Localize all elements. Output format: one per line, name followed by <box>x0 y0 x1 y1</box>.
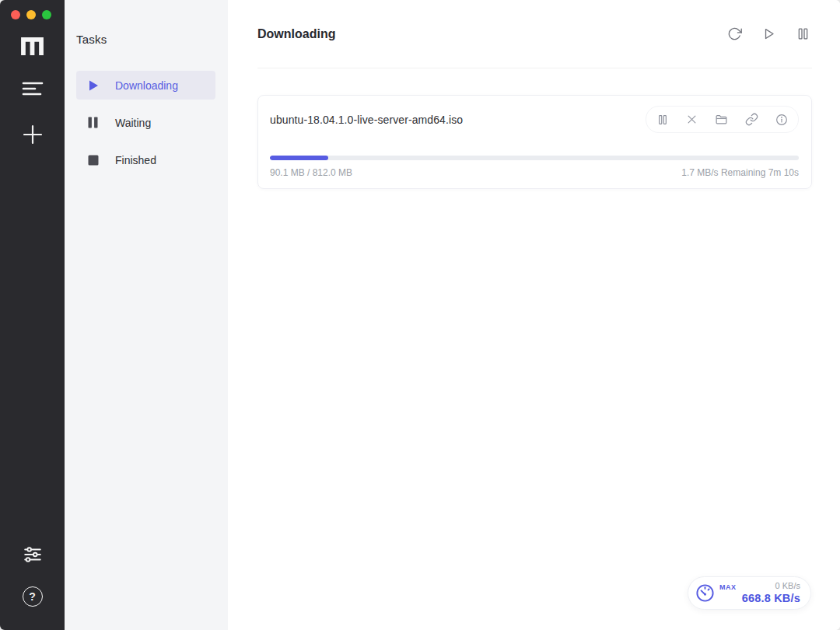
motrix-window: ? Tasks Downloading Waiting <box>0 0 840 630</box>
close-icon <box>686 114 698 125</box>
task-speed-remaining-text: 1.7 MB/s Remaining 7m 10s <box>681 167 799 178</box>
download-task-card[interactable]: ubuntu-18.04.1.0-live-server-amd64.iso <box>257 95 812 189</box>
pause-outline-icon <box>796 26 810 41</box>
info-icon <box>775 114 788 126</box>
main-content: Downloading <box>228 0 840 630</box>
task-stats-row: 90.1 MB / 812.0 MB 1.7 MB/s Remaining 7m… <box>270 167 799 178</box>
window-controls <box>11 10 51 19</box>
task-card-header: ubuntu-18.04.1.0-live-server-amd64.iso <box>270 106 799 133</box>
play-icon <box>87 79 99 92</box>
refresh-button[interactable] <box>726 25 744 43</box>
main-toolbar <box>726 25 812 43</box>
nav-item-waiting[interactable]: Waiting <box>76 108 215 137</box>
nav-item-downloading[interactable]: Downloading <box>76 71 215 100</box>
task-panel: Tasks Downloading Waiting <box>65 0 228 630</box>
cancel-task-button[interactable] <box>686 114 698 125</box>
pause-icon <box>87 117 99 128</box>
task-list-icon <box>20 80 45 97</box>
progress-bar-fill <box>270 156 328 160</box>
close-window-button[interactable] <box>11 10 20 19</box>
resume-all-button[interactable] <box>760 25 778 43</box>
nav-item-finished[interactable]: Finished <box>76 145 215 174</box>
task-progress-block: 90.1 MB / 812.0 MB 1.7 MB/s Remaining 7m… <box>270 156 799 178</box>
task-panel-title: Tasks <box>76 33 215 46</box>
folder-icon <box>715 113 728 126</box>
help-button[interactable]: ? <box>19 583 46 610</box>
fullscreen-window-button[interactable] <box>42 10 51 19</box>
global-speed-widget[interactable]: MAX 0 KB/s 668.8 KB/s <box>688 576 811 610</box>
task-actions-toolbar <box>646 106 799 133</box>
play-outline-icon <box>761 26 776 41</box>
progress-bar <box>270 156 799 160</box>
nav-item-label: Waiting <box>115 117 151 129</box>
upload-speed-text: 0 KB/s <box>775 581 800 592</box>
app-rail: ? <box>0 0 65 630</box>
copy-link-button[interactable] <box>745 113 758 126</box>
task-list-button[interactable] <box>17 77 48 100</box>
download-speed-text: 668.8 KB/s <box>742 591 800 605</box>
speedometer-icon <box>695 583 716 604</box>
pause-all-button[interactable] <box>794 25 812 43</box>
task-info-button[interactable] <box>775 114 788 126</box>
preferences-button[interactable] <box>19 541 46 568</box>
refresh-icon <box>727 26 742 41</box>
task-size-text: 90.1 MB / 812.0 MB <box>270 167 352 178</box>
minimize-window-button[interactable] <box>26 10 36 19</box>
max-speed-label: MAX <box>719 583 737 591</box>
task-status-nav: Downloading Waiting Finished <box>76 71 215 174</box>
page-title: Downloading <box>257 27 335 41</box>
nav-item-label: Finished <box>115 154 156 166</box>
pause-task-button[interactable] <box>656 114 669 126</box>
pause-outline-icon <box>656 114 669 126</box>
stop-icon <box>87 155 99 166</box>
nav-item-label: Downloading <box>115 79 178 92</box>
plus-icon <box>22 124 44 145</box>
add-task-button[interactable] <box>19 121 47 149</box>
task-filename: ubuntu-18.04.1.0-live-server-amd64.iso <box>270 114 463 126</box>
sliders-icon <box>23 544 43 565</box>
question-mark-icon: ? <box>23 586 43 607</box>
speed-readout: 0 KB/s 668.8 KB/s <box>742 581 800 606</box>
main-header: Downloading <box>257 0 812 68</box>
motrix-logo <box>19 36 45 55</box>
open-folder-button[interactable] <box>715 113 728 126</box>
link-icon <box>745 113 758 126</box>
